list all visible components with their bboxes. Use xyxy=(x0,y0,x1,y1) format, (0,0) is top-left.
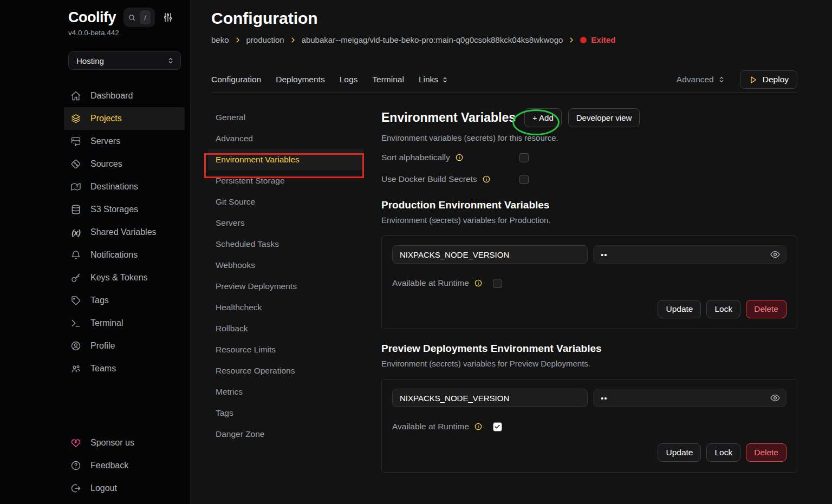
chevron-updown-icon xyxy=(441,76,449,84)
team-select[interactable]: Hosting xyxy=(68,51,181,70)
subnav-item-resource-operations[interactable]: Resource Operations xyxy=(208,360,363,381)
tag-icon xyxy=(70,295,81,306)
runtime-label: Available at Runtime xyxy=(392,278,469,288)
subnav-item-environment-variables[interactable]: Environment Variables xyxy=(208,149,363,170)
status-text: Exited xyxy=(591,35,615,44)
sliders-icon xyxy=(162,12,173,23)
sidebar-item-sponsor-us[interactable]: Sponsor us xyxy=(64,431,185,454)
subnav-item-servers[interactable]: Servers xyxy=(208,212,363,233)
sidebar-item-logout[interactable]: Logout xyxy=(64,477,185,500)
sidebar-item-terminal[interactable]: Terminal xyxy=(64,312,185,335)
update-button[interactable]: Update xyxy=(658,443,701,462)
info-icon xyxy=(474,422,483,431)
chevron-updown-icon xyxy=(166,56,175,65)
tab-configuration[interactable]: Configuration xyxy=(211,75,261,84)
production-env-title: Production Environment Variables xyxy=(381,199,797,211)
sort-alphabetically-row: Sort alphabetically xyxy=(381,151,797,164)
logout-icon xyxy=(70,483,81,494)
chevron-right-icon xyxy=(234,36,242,44)
subnav-item-webhooks[interactable]: Webhooks xyxy=(208,254,363,276)
deploy-button[interactable]: Deploy xyxy=(740,70,797,89)
section-title: Environment Variables xyxy=(381,110,516,125)
env-name-input[interactable] xyxy=(392,245,588,264)
preview-env-title: Preview Deployments Environment Variable… xyxy=(381,343,797,355)
lock-button[interactable]: Lock xyxy=(706,443,740,462)
sidebar-item-servers[interactable]: Servers xyxy=(64,130,185,153)
sort-alphabetically-checkbox[interactable] xyxy=(519,153,529,162)
docker-build-secrets-row: Use Docker Build Secrets xyxy=(381,173,797,186)
delete-button[interactable]: Delete xyxy=(746,300,786,318)
map-icon xyxy=(70,181,81,192)
sidebar-item-teams[interactable]: Teams xyxy=(64,357,185,380)
runtime-row: Available at Runtime xyxy=(392,421,786,433)
slash-shortcut-key: / xyxy=(140,10,151,24)
search-button[interactable]: / xyxy=(123,8,155,27)
variable-icon: (x) xyxy=(70,228,81,237)
sidebar-item-feedback[interactable]: Feedback xyxy=(64,454,185,477)
subnav-item-rollback[interactable]: Rollback xyxy=(208,318,363,339)
tab-links[interactable]: Links xyxy=(419,75,449,84)
sidebar-item-destinations[interactable]: Destinations xyxy=(64,175,185,198)
search-icon xyxy=(128,14,136,22)
eye-icon[interactable] xyxy=(770,249,781,260)
sidebar-item-sources[interactable]: Sources xyxy=(64,153,185,175)
settings-button[interactable] xyxy=(162,12,173,23)
tab-deployments[interactable]: Deployments xyxy=(276,75,324,84)
preview-env-subtitle: Environment (secrets) variables for Prev… xyxy=(381,359,797,368)
subnav-item-resource-limits[interactable]: Resource Limits xyxy=(208,339,363,360)
breadcrumb-project[interactable]: beko xyxy=(211,35,229,44)
add-button[interactable]: + Add xyxy=(524,108,562,127)
runtime-checkbox[interactable] xyxy=(493,422,502,431)
env-variable-card: Available at Runtime Update Lock Delete xyxy=(381,235,797,329)
delete-button[interactable]: Delete xyxy=(746,443,786,462)
sidebar-item-dashboard[interactable]: Dashboard xyxy=(64,84,185,107)
breadcrumb-resource[interactable]: abubakar--meigag/vid-tube-beko-pro:main-… xyxy=(302,35,563,44)
info-icon xyxy=(455,153,464,162)
breadcrumb-environment[interactable]: production xyxy=(246,35,284,44)
subnav-item-general[interactable]: General xyxy=(208,107,363,128)
eye-icon[interactable] xyxy=(770,392,781,403)
subnav-item-metrics[interactable]: Metrics xyxy=(208,381,363,402)
status-dot-icon xyxy=(580,37,587,43)
sidebar-item-projects[interactable]: Projects xyxy=(64,107,185,130)
subnav-item-healthcheck[interactable]: Healthcheck xyxy=(208,297,363,318)
subnav-item-danger-zone[interactable]: Danger Zone xyxy=(208,423,363,444)
runtime-checkbox[interactable] xyxy=(493,279,502,288)
subnav-item-git-source[interactable]: Git Source xyxy=(208,191,363,212)
subnav-item-tags[interactable]: Tags xyxy=(208,402,363,423)
production-env-section: Production Environment Variables Environ… xyxy=(381,199,797,329)
sidebar-item-tags[interactable]: Tags xyxy=(64,289,185,312)
coolify-app: Coolify / v4.0.0-beta.442 Hosting Dashbo… xyxy=(0,0,832,504)
bell-icon xyxy=(70,250,81,260)
sidebar-item-keys-tokens[interactable]: Keys & Tokens xyxy=(64,266,185,289)
env-value-input[interactable] xyxy=(593,245,786,264)
environment-variables-panel: Environment Variables + Add Developer vi… xyxy=(381,107,797,473)
advanced-dropdown[interactable]: Advanced xyxy=(677,75,726,84)
sidebar-footer: Sponsor us Feedback Logout xyxy=(0,431,190,500)
server-icon xyxy=(70,136,81,147)
env-name-input[interactable] xyxy=(392,389,588,407)
terminal-icon xyxy=(70,318,81,329)
subnav-item-preview-deployments[interactable]: Preview Deployments xyxy=(208,276,363,297)
tab-bar: Configuration Deployments Logs Terminal … xyxy=(211,67,797,93)
tab-terminal[interactable]: Terminal xyxy=(372,75,404,84)
subnav-item-scheduled-tasks[interactable]: Scheduled Tasks xyxy=(208,233,363,254)
sidebar-item-profile[interactable]: Profile xyxy=(64,335,185,357)
sidebar-item-s3-storages[interactable]: S3 Storages xyxy=(64,198,185,221)
info-icon xyxy=(474,279,483,287)
env-value-input[interactable] xyxy=(593,389,786,407)
sidebar: Coolify / v4.0.0-beta.442 Hosting Dashbo… xyxy=(0,0,191,504)
production-env-subtitle: Environment (secrets) variables for Prod… xyxy=(381,215,797,225)
sidebar-item-notifications[interactable]: Notifications xyxy=(64,244,185,266)
subnav-item-persistent-storage[interactable]: Persistent Storage xyxy=(208,170,363,191)
users-icon xyxy=(70,363,81,374)
chevron-right-icon xyxy=(568,36,575,44)
sidebar-item-shared-variables[interactable]: (x) Shared Variables xyxy=(64,221,185,244)
update-button[interactable]: Update xyxy=(658,300,701,318)
developer-view-button[interactable]: Developer view xyxy=(568,108,640,127)
docker-build-secrets-checkbox[interactable] xyxy=(519,175,529,184)
lock-button[interactable]: Lock xyxy=(706,300,740,318)
subnav-item-advanced[interactable]: Advanced xyxy=(208,128,363,149)
sort-alphabetically-label: Sort alphabetically xyxy=(381,153,450,162)
tab-logs[interactable]: Logs xyxy=(340,75,358,84)
